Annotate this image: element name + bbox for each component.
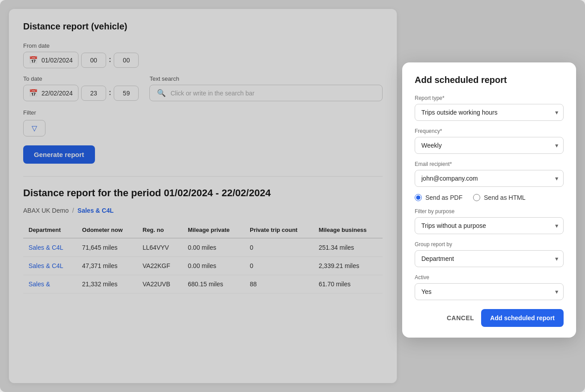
report-type-select[interactable]: Trips outside working hours Distance rep… xyxy=(415,104,564,121)
group-wrapper: Department Driver Vehicle ▾ xyxy=(415,250,564,267)
send-html-option[interactable]: Send as HTML xyxy=(473,194,525,201)
send-format-row: Send as PDF Send as HTML xyxy=(415,194,564,201)
frequency-label: Frequency* xyxy=(415,128,564,134)
group-label: Group report by xyxy=(415,241,564,248)
frequency-field: Frequency* Weekly Daily Monthly ▾ xyxy=(415,128,564,154)
report-type-label: Report type* xyxy=(415,95,564,101)
active-field: Active Yes No ▾ xyxy=(415,274,564,300)
frequency-wrapper: Weekly Daily Monthly ▾ xyxy=(415,137,564,154)
add-scheduled-report-button[interactable]: Add scheduled report xyxy=(481,309,564,327)
frequency-select[interactable]: Weekly Daily Monthly xyxy=(415,137,564,154)
filter-purpose-select[interactable]: Trips without a purpose All trips Busine… xyxy=(415,217,564,234)
email-select[interactable]: john@company.com xyxy=(415,170,564,187)
send-pdf-label: Send as PDF xyxy=(425,194,462,201)
send-html-label: Send as HTML xyxy=(484,194,525,201)
filter-purpose-field: Filter by purpose Trips without a purpos… xyxy=(415,208,564,234)
modal-footer: CANCEL Add scheduled report xyxy=(415,309,564,327)
send-pdf-option[interactable]: Send as PDF xyxy=(415,194,462,201)
email-field: Email recipient* john@company.com ▾ xyxy=(415,161,564,187)
cancel-button[interactable]: CANCEL xyxy=(447,314,474,322)
active-label: Active xyxy=(415,274,564,281)
send-html-radio[interactable] xyxy=(473,194,480,201)
active-wrapper: Yes No ▾ xyxy=(415,283,564,300)
email-label: Email recipient* xyxy=(415,161,564,167)
report-type-wrapper: Trips outside working hours Distance rep… xyxy=(415,104,564,121)
group-by-field: Group report by Department Driver Vehicl… xyxy=(415,241,564,267)
active-select[interactable]: Yes No xyxy=(415,283,564,300)
email-wrapper: john@company.com ▾ xyxy=(415,170,564,187)
modal-title: Add scheduled report xyxy=(415,75,564,85)
filter-purpose-label: Filter by purpose xyxy=(415,208,564,215)
add-scheduled-report-modal: Add scheduled report Report type* Trips … xyxy=(402,62,576,338)
send-pdf-radio[interactable] xyxy=(415,194,422,201)
group-select[interactable]: Department Driver Vehicle xyxy=(415,250,564,267)
filter-purpose-wrapper: Trips without a purpose All trips Busine… xyxy=(415,217,564,234)
report-type-field: Report type* Trips outside working hours… xyxy=(415,95,564,121)
